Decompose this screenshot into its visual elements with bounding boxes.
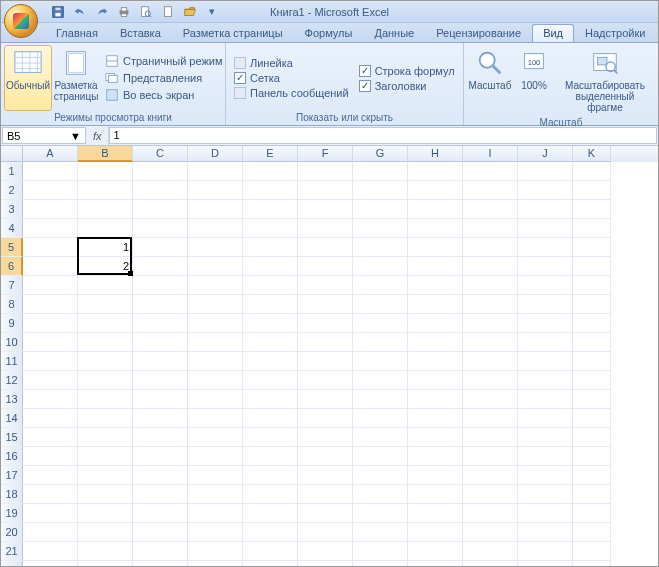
cell[interactable] — [463, 447, 518, 466]
row-header[interactable]: 12 — [1, 371, 23, 390]
cell[interactable] — [23, 200, 78, 219]
cell[interactable] — [133, 485, 188, 504]
cell[interactable] — [133, 542, 188, 561]
cell[interactable] — [298, 542, 353, 561]
cell[interactable] — [23, 504, 78, 523]
cell[interactable] — [298, 371, 353, 390]
cell[interactable] — [408, 181, 463, 200]
cell[interactable] — [573, 504, 611, 523]
cell[interactable] — [518, 333, 573, 352]
cell[interactable] — [463, 314, 518, 333]
row-header[interactable]: 7 — [1, 276, 23, 295]
tab-pagelayout[interactable]: Разметка страницы — [172, 24, 294, 42]
cell[interactable] — [243, 219, 298, 238]
cell[interactable] — [408, 314, 463, 333]
cell[interactable] — [23, 181, 78, 200]
row-header[interactable]: 13 — [1, 390, 23, 409]
row-header[interactable]: 2 — [1, 181, 23, 200]
cell[interactable] — [353, 257, 408, 276]
cell[interactable] — [408, 162, 463, 181]
row-header[interactable]: 4 — [1, 219, 23, 238]
cell[interactable] — [133, 257, 188, 276]
cell[interactable] — [463, 352, 518, 371]
row-header[interactable]: 17 — [1, 466, 23, 485]
cell[interactable] — [298, 390, 353, 409]
cell[interactable] — [23, 219, 78, 238]
cell[interactable] — [188, 181, 243, 200]
cell[interactable] — [573, 409, 611, 428]
cell[interactable]: 2 — [78, 257, 133, 276]
cell[interactable] — [463, 200, 518, 219]
cell[interactable] — [23, 485, 78, 504]
cell[interactable] — [23, 295, 78, 314]
cell[interactable] — [518, 276, 573, 295]
cell[interactable] — [188, 428, 243, 447]
cell[interactable] — [573, 466, 611, 485]
cell[interactable] — [188, 162, 243, 181]
row-header[interactable]: 8 — [1, 295, 23, 314]
cell[interactable] — [188, 409, 243, 428]
cell[interactable] — [243, 409, 298, 428]
cell[interactable] — [463, 523, 518, 542]
cell[interactable] — [78, 409, 133, 428]
cell[interactable] — [23, 333, 78, 352]
col-header[interactable]: J — [518, 146, 573, 162]
row-header[interactable]: 9 — [1, 314, 23, 333]
cell[interactable] — [133, 238, 188, 257]
zoom-100-button[interactable]: 100 100% — [513, 45, 555, 116]
cell[interactable] — [408, 504, 463, 523]
cell[interactable] — [133, 428, 188, 447]
cell[interactable] — [353, 314, 408, 333]
cell[interactable] — [518, 504, 573, 523]
cell[interactable] — [573, 333, 611, 352]
row-header[interactable]: 22 — [1, 561, 23, 567]
cell[interactable] — [353, 295, 408, 314]
cell[interactable] — [463, 238, 518, 257]
messages-check[interactable]: Панель сообщений — [231, 86, 352, 100]
cell[interactable] — [298, 333, 353, 352]
cell[interactable] — [243, 428, 298, 447]
custom-views-button[interactable]: Представления — [102, 70, 226, 86]
cell[interactable] — [23, 276, 78, 295]
cell[interactable] — [78, 314, 133, 333]
cell[interactable] — [78, 200, 133, 219]
zoom-selection-button[interactable]: Масштабировать выделенный фрагме — [555, 45, 655, 116]
cell[interactable] — [23, 352, 78, 371]
cell[interactable] — [353, 504, 408, 523]
col-header[interactable]: E — [243, 146, 298, 162]
cell[interactable] — [243, 181, 298, 200]
redo-icon[interactable] — [93, 3, 111, 21]
col-header[interactable]: K — [573, 146, 611, 162]
chevron-down-icon[interactable]: ▼ — [70, 130, 81, 142]
cell[interactable] — [133, 390, 188, 409]
row-header[interactable]: 18 — [1, 485, 23, 504]
cell[interactable] — [188, 523, 243, 542]
col-header[interactable]: B — [78, 146, 133, 162]
cell[interactable] — [353, 447, 408, 466]
cell[interactable] — [243, 466, 298, 485]
row-header[interactable]: 14 — [1, 409, 23, 428]
normal-view-button[interactable]: Обычный — [4, 45, 52, 111]
cell[interactable] — [188, 447, 243, 466]
cell[interactable] — [78, 485, 133, 504]
col-header[interactable]: G — [353, 146, 408, 162]
cell[interactable] — [353, 485, 408, 504]
cell[interactable] — [463, 257, 518, 276]
cell[interactable] — [243, 276, 298, 295]
cell[interactable] — [133, 371, 188, 390]
row-header[interactable]: 11 — [1, 352, 23, 371]
cell[interactable] — [133, 561, 188, 567]
cell[interactable] — [463, 276, 518, 295]
cell[interactable] — [573, 542, 611, 561]
cell[interactable] — [133, 352, 188, 371]
col-header[interactable]: C — [133, 146, 188, 162]
cell[interactable] — [408, 428, 463, 447]
cell[interactable] — [188, 238, 243, 257]
cell[interactable] — [298, 447, 353, 466]
cell[interactable] — [408, 447, 463, 466]
cell[interactable] — [518, 466, 573, 485]
cell[interactable] — [573, 390, 611, 409]
cell[interactable] — [78, 333, 133, 352]
cell[interactable] — [353, 428, 408, 447]
cell[interactable] — [573, 371, 611, 390]
